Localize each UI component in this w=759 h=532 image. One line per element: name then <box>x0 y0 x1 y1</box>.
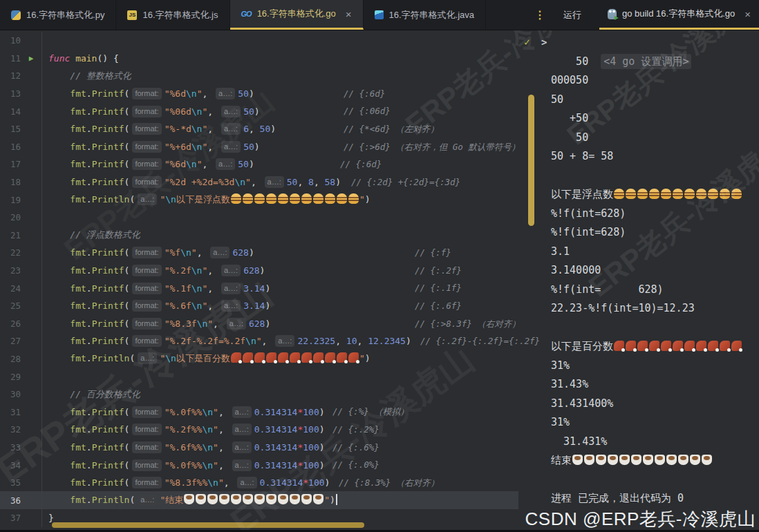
code-line[interactable]: 30 // 百分数格式化 <box>0 386 518 403</box>
parameter-hint: a…: <box>221 106 241 117</box>
code-line[interactable]: 29 <box>0 368 518 386</box>
code-line[interactable]: 24 fmt.Printf(format:"%.1f\n", a…:3.14)/… <box>0 279 518 297</box>
console-line: 31.43% <box>551 375 759 395</box>
code-line[interactable]: 35 fmt.Printf(format:"%8.3f%%\n", a…:0.3… <box>0 474 518 492</box>
code-comment: // {:.2f} <box>415 262 462 280</box>
code-line[interactable]: 26 fmt.Printf(format:"%8.3f\n", a…:628)/… <box>0 315 518 333</box>
code-line[interactable]: 15 fmt.Printf(format:"%-*d\n", a…:6, 50)… <box>0 120 518 138</box>
meat-emoji <box>731 341 742 351</box>
tab-js-file[interactable]: JS 16.字符串格式化.js <box>116 0 229 30</box>
code-line[interactable]: 14 fmt.Printf(format:"%06d\n", a…:50)// … <box>0 102 518 120</box>
meat-emoji <box>637 341 648 351</box>
burger-emoji <box>614 189 624 199</box>
run-toolwindow-title[interactable]: 运行 <box>563 9 581 21</box>
code-line[interactable]: 27 fmt.Printf(format:"%.2f-%.2f=%.2f\n",… <box>0 332 518 350</box>
editor-horizontal-scrollbar[interactable] <box>52 522 364 528</box>
code-line[interactable]: 34 fmt.Printf(format:"%.0f%%\n", a…:0.31… <box>0 456 518 474</box>
code-line[interactable]: 19 fmt.Println(a…:"\n以下是浮点数") <box>0 191 518 209</box>
code-line[interactable]: 16 fmt.Printf(format:"%+6d\n", a…:50)// … <box>0 138 518 156</box>
code-line[interactable]: 13 fmt.Printf(format:"%6d\n", a…:50)// {… <box>0 85 518 103</box>
code-comment: // {:6d} <box>344 85 385 103</box>
code-line[interactable]: 18 fmt.Printf(format:"%2d +%2d=%3d\n", a… <box>0 173 518 191</box>
tab-go-file-active[interactable]: GO 16.字符串格式化.go × <box>230 0 364 30</box>
meat-emoji <box>325 352 335 363</box>
tab-python-file[interactable]: 16.字符串格式化.py <box>0 0 116 30</box>
parameter-hint: format: <box>132 88 161 99</box>
meat-emoji <box>649 341 659 351</box>
close-tab-icon[interactable]: × <box>346 9 352 19</box>
code-comment: // {:.0%} <box>332 456 380 474</box>
code-line[interactable]: 11▶func main() { <box>0 50 518 68</box>
line-number: 32 <box>0 424 21 435</box>
gutter-run-column <box>21 421 42 439</box>
meat-emoji <box>673 341 683 351</box>
parameter-hint: a…: <box>232 441 252 453</box>
code-line[interactable]: 20 <box>0 209 518 227</box>
code-line[interactable]: 23 fmt.Printf(format:"%.2f\n", a…:628)//… <box>0 262 518 280</box>
meat-emoji <box>684 341 695 351</box>
console-line: 结束 <box>551 451 759 471</box>
javascript-file-icon: JS <box>127 10 137 20</box>
code-comment: // {:.1f} <box>415 279 462 297</box>
code-line[interactable]: 36 fmt.Println(a…:"结束") <box>0 491 518 509</box>
console-command-line: <4 go 设置调用> <box>551 33 759 53</box>
run-console[interactable]: ✓ > <4 go 设置调用> 5000005050 +50 5050 + 8=… <box>518 30 759 532</box>
burger-emoji <box>731 189 742 199</box>
code-line[interactable]: 31 fmt.Printf(format:"%.0f%%\n", a…:0.31… <box>0 403 518 421</box>
code-line[interactable]: 22 fmt.Printf(format:"%f\n", a…:628)// {… <box>0 244 518 262</box>
burger-emoji <box>290 193 300 204</box>
gutter-run-column <box>21 173 42 191</box>
code-editor[interactable]: 1011▶func main() {12 // 整数格式化13 fmt.Prin… <box>0 30 518 532</box>
coffee-emoji <box>631 455 641 465</box>
coffee-emoji <box>313 494 324 504</box>
tab-java-file[interactable]: 16.字符串格式化.java <box>364 0 487 30</box>
more-options-icon[interactable]: ⋮ <box>515 8 563 21</box>
meat-emoji <box>266 352 277 363</box>
main-area: 1011▶func main() {12 // 整数格式化13 fmt.Prin… <box>0 30 759 532</box>
console-line: 以下是百分数 <box>551 337 759 357</box>
gutter-run-column <box>21 227 42 245</box>
code-line[interactable]: 21 // 浮点数格式化 <box>0 227 518 245</box>
code-comment: // {:%} （模拟） <box>332 403 409 421</box>
close-run-tab-icon[interactable]: × <box>744 9 751 19</box>
meat-emoji <box>243 352 253 363</box>
parameter-hint: format: <box>132 176 161 188</box>
parameter-hint: a…: <box>221 283 241 294</box>
burger-emoji <box>708 189 718 199</box>
code-line[interactable]: 28 fmt.Println(a…:"\n以下是百分数") <box>0 350 518 368</box>
parameter-hint: a…: <box>216 88 235 99</box>
gutter-run-column <box>21 368 42 386</box>
gutter-run-column <box>21 102 42 120</box>
line-number: 15 <box>0 124 21 134</box>
run-main-icon[interactable]: ▶ <box>29 54 34 63</box>
code-comment: // {:06d} <box>344 102 391 120</box>
gutter-run-column <box>21 491 42 509</box>
meat-emoji <box>301 352 312 363</box>
run-config-tab[interactable]: go build 16.字符串格式化.go × <box>599 0 759 30</box>
gutter-run-column <box>21 279 42 297</box>
parameter-hint: format: <box>132 247 161 258</box>
coffee-emoji <box>572 455 583 465</box>
code-line[interactable]: 25 fmt.Printf(format:"%.6f\n", a…:3.14)/… <box>0 297 518 315</box>
line-number: 18 <box>0 177 21 187</box>
code-line[interactable]: 17 fmt.Printf(format:"%6d\n", a…:50)// {… <box>0 155 518 173</box>
code-line[interactable]: 10 <box>0 32 518 50</box>
code-comment: // {:.6%} <box>332 439 380 457</box>
parameter-hint: a…: <box>227 318 246 330</box>
code-line[interactable]: 12 // 整数格式化 <box>0 67 518 85</box>
parameter-hint: format: <box>132 441 161 453</box>
code-comment: // {:f} <box>415 244 451 262</box>
parameter-hint: format: <box>132 318 161 330</box>
console-line: 以下是浮点数 <box>551 185 759 205</box>
code-line[interactable]: 32 fmt.Printf(format:"%.2f%%\n", a…:0.31… <box>0 421 518 439</box>
console-line <box>551 167 759 186</box>
editor-vertical-scrollbar[interactable] <box>528 95 534 226</box>
console-line: 3.1 <box>551 243 759 262</box>
meat-emoji <box>231 352 241 363</box>
meat-emoji <box>696 341 706 351</box>
line-number: 11 <box>0 53 21 64</box>
code-line[interactable]: 33 fmt.Printf(format:"%.6f%%\n", a…:0.31… <box>0 439 518 457</box>
burger-emoji <box>301 193 312 204</box>
parameter-hint: a…: <box>275 335 294 347</box>
csdn-watermark: CSDN @ERP老兵-冷溪虎山 <box>525 507 756 531</box>
